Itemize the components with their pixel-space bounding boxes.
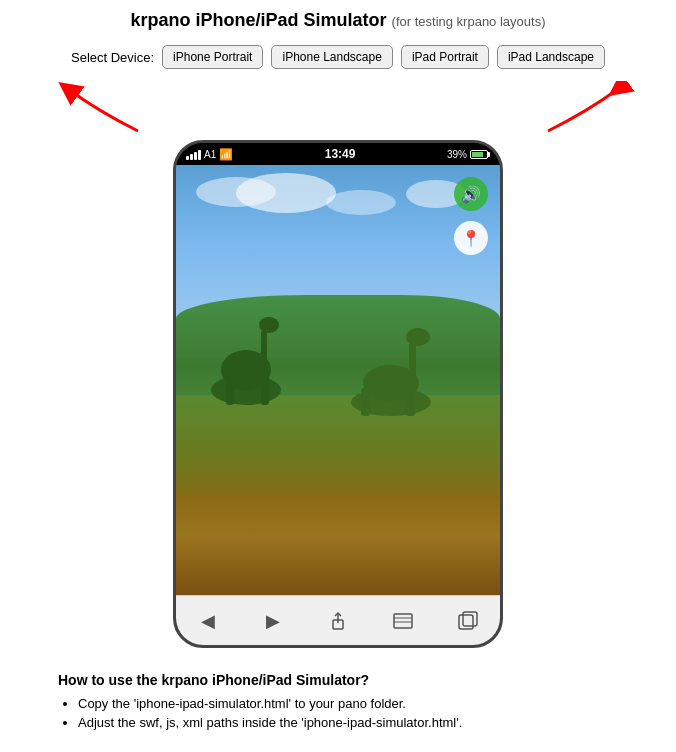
sound-button[interactable]: 🔊 — [454, 177, 488, 211]
device-selector: Select Device: iPhone Portrait iPhone La… — [71, 45, 605, 69]
svg-rect-15 — [394, 614, 412, 628]
svg-rect-4 — [261, 330, 267, 380]
tabs-icon — [458, 611, 478, 631]
page-wrapper: krpano iPhone/iPad Simulator (for testin… — [0, 0, 676, 752]
sound-icon: 🔊 — [461, 185, 481, 204]
how-to-list: Copy the 'iphone-ipad-simulator.html' to… — [58, 696, 638, 730]
how-to-step-2: Adjust the swf, js, xml paths inside the… — [78, 715, 638, 730]
share-icon — [328, 611, 348, 631]
nav-tabs-button[interactable] — [448, 604, 488, 638]
battery-pct: 39% — [447, 149, 467, 160]
wifi-icon: 📶 — [219, 148, 233, 161]
nav-share-button[interactable] — [318, 604, 358, 638]
arrow-left-svg — [48, 81, 168, 136]
back-icon: ◀ — [201, 610, 215, 632]
status-time: 13:49 — [325, 147, 356, 161]
title-text: krpano iPhone/iPad Simulator — [131, 10, 387, 30]
svg-rect-6 — [266, 317, 271, 329]
how-to-title: How to use the krpano iPhone/iPad Simula… — [58, 672, 638, 688]
arrow-right-svg — [518, 81, 638, 136]
dino-right — [336, 290, 446, 420]
nav-forward-button[interactable]: ▶ — [253, 604, 293, 638]
bookmarks-icon — [392, 611, 414, 631]
btn-iphone-landscape[interactable]: iPhone Landscape — [271, 45, 392, 69]
phone-status-bar: A1 📶 13:49 39% — [176, 143, 500, 165]
phone-nav-bar: ◀ ▶ — [176, 595, 500, 645]
carrier-text: A1 — [204, 149, 216, 160]
svg-rect-11 — [409, 342, 416, 392]
forward-icon: ▶ — [266, 610, 280, 632]
svg-rect-19 — [463, 612, 477, 626]
nav-bookmarks-button[interactable] — [383, 604, 423, 638]
svg-rect-18 — [459, 615, 473, 629]
battery-icon — [470, 150, 490, 159]
status-right: 39% — [447, 149, 490, 160]
location-icon: 📍 — [461, 229, 481, 248]
btn-ipad-portrait[interactable]: iPad Portrait — [401, 45, 489, 69]
dino-left — [206, 280, 306, 410]
how-to-section: How to use the krpano iPhone/iPad Simula… — [38, 672, 638, 734]
signal-bars — [186, 148, 201, 160]
device-selector-label: Select Device: — [71, 50, 154, 65]
page-title: krpano iPhone/iPad Simulator (for testin… — [131, 10, 546, 31]
subtitle-text: (for testing krpano layouts) — [392, 14, 546, 29]
nav-back-button[interactable]: ◀ — [188, 604, 228, 638]
phone-frame: A1 📶 13:49 39% — [173, 140, 503, 648]
location-button[interactable]: 📍 — [454, 221, 488, 255]
btn-ipad-landscape[interactable]: iPad Landscape — [497, 45, 605, 69]
svg-rect-13 — [414, 328, 420, 342]
phone-screen: 🔊 📍 — [176, 165, 500, 595]
btn-iphone-portrait[interactable]: iPhone Portrait — [162, 45, 263, 69]
arrows-container — [28, 81, 648, 136]
how-to-step-1: Copy the 'iphone-ipad-simulator.html' to… — [78, 696, 638, 711]
status-left: A1 📶 — [186, 148, 233, 161]
